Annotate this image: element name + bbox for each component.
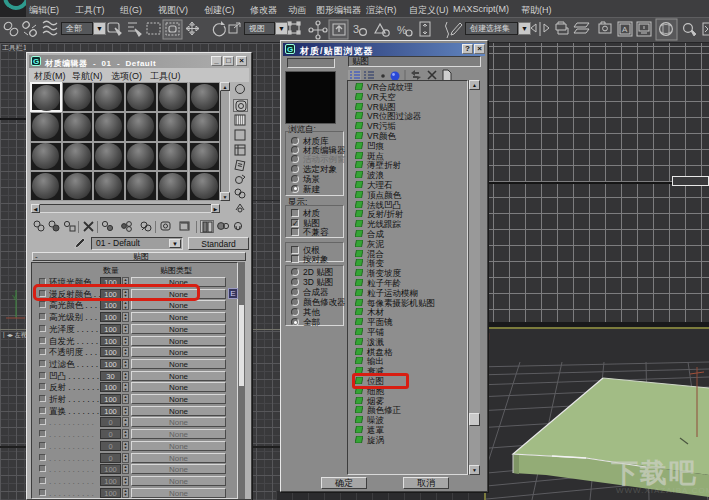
svg-text:Y: Y [12,294,17,301]
svg-text:%: % [397,24,407,36]
svg-text:A: A [622,25,628,34]
svg-text:3: 3 [353,23,359,35]
